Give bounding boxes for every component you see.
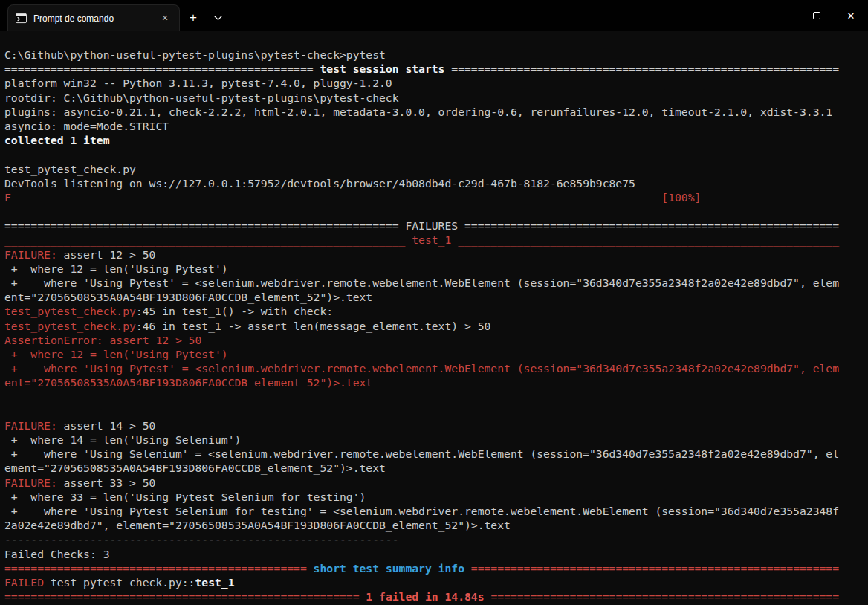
terminal-line: Failed Checks: 3 <box>4 547 868 561</box>
terminal-output[interactable]: C:\Github\python-useful-pytest-plugins\p… <box>0 31 868 605</box>
terminal-line: + where 'Using Pytest' = <selenium.webdr… <box>4 361 868 375</box>
terminal-line: 2a02e42e89dbd7", element="27056508535A0A… <box>4 518 868 532</box>
terminal-line: AssertionError: assert 12 > 50 <box>4 333 868 347</box>
terminal-line: + where 'Using Selenium' = <selenium.web… <box>4 447 868 461</box>
terminal-line: + where 33 = len('Using Pytest Selenium … <box>4 490 868 504</box>
terminal-line: platform win32 -- Python 3.11.3, pytest-… <box>4 76 868 90</box>
close-button[interactable]: ✕ <box>834 0 868 31</box>
terminal-line: C:\Github\python-useful-pytest-plugins\p… <box>4 48 868 62</box>
titlebar: Prompt de comando ✕ + ✕ <box>0 0 868 31</box>
new-tab-button[interactable]: + <box>180 4 207 31</box>
terminal-line: ent="27056508535A0A54BF193D806FA0CCDB_el… <box>4 290 868 304</box>
terminal-line: ========================================… <box>4 589 868 604</box>
terminal-line <box>4 204 868 219</box>
tab-prompt-de-comando[interactable]: Prompt de comando ✕ <box>7 4 180 31</box>
maximize-button[interactable] <box>800 0 834 31</box>
terminal-line: test_pytest_check.py:45 in test_1() -> w… <box>4 304 868 318</box>
terminal-line: FAILURE: assert 14 > 50 <box>4 418 868 433</box>
tab-close-icon[interactable]: ✕ <box>158 12 172 25</box>
tab-title: Prompt de comando <box>33 13 152 24</box>
terminal-icon <box>16 13 27 24</box>
terminal-line <box>4 147 868 161</box>
terminal-line: + where 12 = len('Using Pytest') <box>4 347 868 361</box>
terminal-line: plugins: asyncio-0.21.1, check-2.2.2, ht… <box>4 105 868 119</box>
terminal-line: test_pytest_check.py:46 in test_1 -> ass… <box>4 319 868 333</box>
window-controls: ✕ <box>765 0 868 31</box>
terminal-line: FAILED test_pytest_check.py::test_1 <box>4 575 868 589</box>
terminal-line <box>4 404 868 418</box>
terminal-line: DevTools listening on ws://127.0.0.1:579… <box>4 176 868 190</box>
terminal-line: ----------------------------------------… <box>4 532 868 546</box>
terminal-line: + where 'Using Pytest' = <selenium.webdr… <box>4 276 868 290</box>
close-icon: ✕ <box>847 11 855 21</box>
terminal-line: + where 14 = len('Using Selenium') <box>4 433 868 447</box>
terminal-line <box>4 390 868 404</box>
terminal-line: ________________________________________… <box>4 233 868 247</box>
terminal-line: rootdir: C:\Github\python-useful-pytest-… <box>4 91 868 105</box>
terminal-line: FAILURE: assert 33 > 50 <box>4 476 868 490</box>
chevron-down-icon <box>214 16 222 21</box>
terminal-line: ========================================… <box>4 219 868 233</box>
terminal-line: + where 'Using Pytest Selenium for testi… <box>4 504 868 518</box>
terminal-line: FAILURE: assert 12 > 50 <box>4 248 868 262</box>
terminal-line: ========================================… <box>4 561 868 575</box>
terminal-line: asyncio: mode=Mode.STRICT <box>4 119 868 133</box>
terminal-line: F [100%] <box>4 190 868 204</box>
minimize-button[interactable] <box>765 0 800 31</box>
terminal-line: collected 1 item <box>4 133 868 147</box>
terminal-line: ent="27056508535A0A54BF193D806FA0CCDB_el… <box>4 375 868 389</box>
terminal-line: ement="27056508535A0A54BF193D806FA0CCDB_… <box>4 461 868 475</box>
tab-strip: Prompt de comando ✕ + <box>0 0 229 31</box>
minimize-icon <box>779 16 786 16</box>
terminal-line: + where 12 = len('Using Pytest') <box>4 262 868 276</box>
terminal-line: test_pytest_check.py <box>4 162 868 176</box>
terminal-line: ========================================… <box>4 62 868 76</box>
maximize-icon <box>813 12 820 19</box>
tab-dropdown-button[interactable] <box>207 4 229 31</box>
